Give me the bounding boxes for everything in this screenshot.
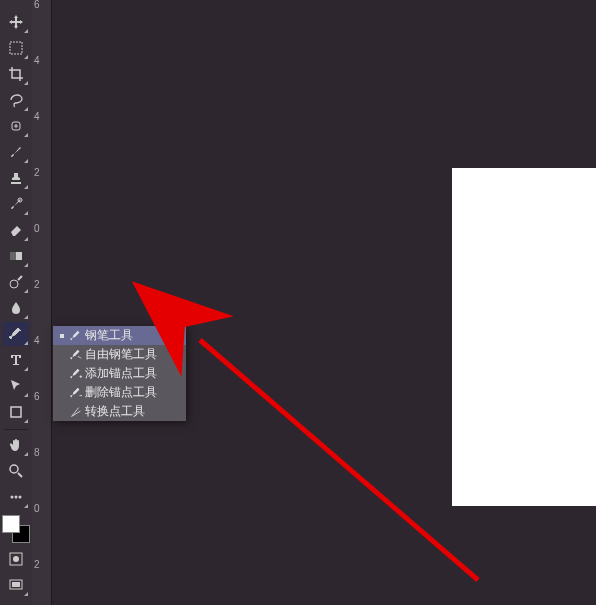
- shape-tool[interactable]: [3, 400, 29, 424]
- crop-tool[interactable]: [3, 62, 29, 86]
- ruler-tick: 4: [34, 111, 40, 122]
- screen-mode-tool[interactable]: [3, 573, 29, 597]
- lasso-tool[interactable]: [3, 88, 29, 112]
- zoom-tool[interactable]: [3, 459, 29, 483]
- brush-tool[interactable]: [3, 140, 29, 164]
- ruler-tick: 6: [34, 391, 40, 402]
- flyout-item-delete-anchor[interactable]: 删除锚点工具: [53, 383, 186, 402]
- quick-mask-tool[interactable]: [3, 547, 29, 571]
- move-tool[interactable]: [3, 10, 29, 34]
- flyout-item-convert-point[interactable]: 转换点工具: [53, 402, 186, 421]
- ruler-tick: 4: [34, 55, 40, 66]
- flyout-shortcut: P: [170, 348, 186, 362]
- flyout-label: 自由钢笔工具: [85, 346, 170, 363]
- color-swatches[interactable]: [2, 515, 30, 543]
- svg-rect-6: [11, 407, 21, 417]
- document-canvas[interactable]: [452, 168, 596, 506]
- flyout-item-pen[interactable]: 钢笔工具 P: [53, 326, 186, 345]
- svg-point-12: [13, 556, 19, 562]
- vertical-ruler: 6 4 4 2 0 2 4 6 8 0 2: [32, 0, 52, 605]
- ruler-tick: 0: [34, 223, 40, 234]
- gradient-tool[interactable]: [3, 244, 29, 268]
- marquee-tool[interactable]: [3, 36, 29, 60]
- hand-tool[interactable]: [3, 433, 29, 457]
- ruler-tick: 2: [34, 279, 40, 290]
- ruler-tick: 2: [34, 167, 40, 178]
- delete-anchor-icon: [67, 386, 85, 400]
- flyout-label: 钢笔工具: [85, 327, 170, 344]
- svg-rect-0: [10, 42, 22, 54]
- add-anchor-icon: [67, 367, 85, 381]
- pen-tool-flyout: 钢笔工具 P 自由钢笔工具 P 添加锚点工具 删除锚点工具 转换点工具: [53, 326, 186, 421]
- stamp-tool[interactable]: [3, 166, 29, 190]
- ruler-tick: 2: [34, 559, 40, 570]
- type-tool[interactable]: [3, 348, 29, 372]
- svg-point-8: [11, 496, 14, 499]
- flyout-shortcut: P: [170, 329, 186, 343]
- pen-icon: [67, 329, 85, 343]
- flyout-label: 添加锚点工具: [85, 365, 170, 382]
- eraser-tool[interactable]: [3, 218, 29, 242]
- toolbar-divider: [4, 429, 28, 430]
- svg-point-5: [10, 280, 18, 288]
- pen-tool[interactable]: [3, 322, 29, 346]
- svg-point-10: [19, 496, 22, 499]
- dodge-tool[interactable]: [3, 270, 29, 294]
- svg-rect-14: [12, 582, 20, 587]
- selected-dot: [57, 334, 67, 338]
- flyout-item-freeform-pen[interactable]: 自由钢笔工具 P: [53, 345, 186, 364]
- svg-rect-4: [10, 252, 16, 260]
- healing-tool[interactable]: [3, 114, 29, 138]
- svg-point-9: [15, 496, 18, 499]
- ruler-tick: 6: [34, 0, 40, 10]
- history-brush-tool[interactable]: [3, 192, 29, 216]
- tools-panel: [0, 0, 32, 605]
- ruler-tick: 0: [34, 503, 40, 514]
- convert-point-icon: [67, 405, 85, 419]
- edit-toolbar[interactable]: [3, 485, 29, 509]
- flyout-label: 转换点工具: [85, 403, 170, 420]
- drop-tool[interactable]: [3, 296, 29, 320]
- svg-point-7: [10, 465, 18, 473]
- path-select-tool[interactable]: [3, 374, 29, 398]
- ruler-tick: 4: [34, 335, 40, 346]
- free-pen-icon: [67, 348, 85, 362]
- flyout-item-add-anchor[interactable]: 添加锚点工具: [53, 364, 186, 383]
- flyout-label: 删除锚点工具: [85, 384, 170, 401]
- ruler-tick: 8: [34, 447, 40, 458]
- fg-color[interactable]: [2, 515, 20, 533]
- canvas-area: [52, 0, 596, 605]
